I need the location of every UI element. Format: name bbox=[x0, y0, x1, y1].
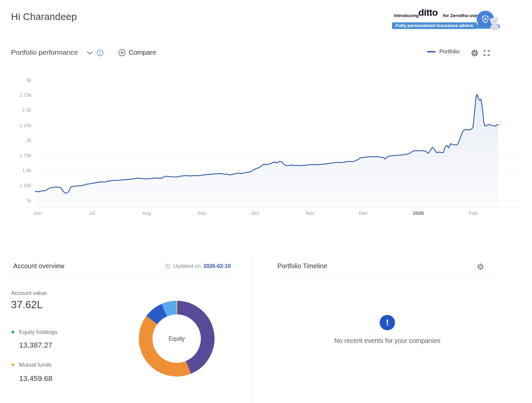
legend-line-swatch bbox=[427, 51, 436, 52]
mascot-teddy bbox=[488, 17, 501, 32]
dashboard-page: Hi Charandeep Introducing dıtto for Zero… bbox=[0, 0, 532, 403]
legend-item-portfolio[interactable]: Portfolio bbox=[427, 48, 460, 55]
equity-holdings-label: Equity holdings bbox=[19, 329, 57, 336]
alert-glyph: ! bbox=[386, 318, 389, 328]
x-tick-Aug: Aug bbox=[142, 210, 151, 216]
y-tick-1.75k: 1.75k bbox=[10, 153, 31, 158]
clock-icon bbox=[165, 264, 170, 269]
y-tick-1k: 1k bbox=[10, 198, 31, 203]
compare-label: Compare bbox=[129, 49, 156, 56]
ditto-logo-dot bbox=[424, 9, 426, 11]
account-value: 37.62L bbox=[11, 299, 43, 311]
chevron-down-icon[interactable] bbox=[87, 51, 93, 55]
banner-tagline: Fully personalised insurance advice bbox=[392, 22, 477, 29]
mutual-funds-dot bbox=[11, 363, 14, 366]
page-title: Hi Charandeep bbox=[11, 11, 77, 22]
x-tick-Dec: Dec bbox=[359, 210, 368, 216]
x-tick-Sep: Sep bbox=[197, 210, 206, 216]
donut-center-label: Equity bbox=[137, 299, 216, 378]
x-tick-2026: 2026 bbox=[413, 210, 424, 216]
timeline-settings-gear-icon[interactable] bbox=[477, 263, 484, 270]
equity-holdings-dot bbox=[11, 331, 14, 334]
portfolio-performance-chart[interactable] bbox=[35, 77, 520, 210]
info-icon[interactable] bbox=[97, 49, 104, 56]
circle-plus-icon bbox=[118, 49, 126, 56]
alert-circle-icon: ! bbox=[380, 315, 395, 330]
y-tick-3k: 3k bbox=[10, 77, 31, 83]
y-tick-2.75k: 2.75k bbox=[10, 92, 31, 98]
portfolio-timeline-title: Portfolio Timeline bbox=[277, 262, 327, 270]
ditto-promo-banner[interactable]: Introducing dıtto for Zerodha users Full… bbox=[386, 9, 499, 31]
panel-divider bbox=[251, 255, 252, 403]
y-tick-1.25k: 1.25k bbox=[10, 183, 31, 188]
account-overview-title: Account overview bbox=[13, 262, 64, 270]
banner-suffix-text: for Zerodha users bbox=[443, 13, 481, 18]
banner-intro-text: Introducing bbox=[394, 13, 419, 18]
updated-date-link[interactable]: 2026-02-10 bbox=[203, 263, 231, 269]
y-tick-2k: 2k bbox=[10, 138, 31, 143]
y-tick-2.25k: 2.25k bbox=[10, 123, 31, 128]
y-tick-1.5k: 1.5k bbox=[10, 168, 31, 173]
ditto-logo: dıtto bbox=[418, 7, 438, 18]
x-tick-Feb: Feb bbox=[469, 210, 478, 216]
x-tick-Jul: Jul bbox=[89, 210, 95, 216]
chart-title: Portfolio performance bbox=[11, 48, 78, 56]
updated-on: Updated on 2026-02-10 bbox=[165, 263, 231, 269]
mutual-funds-value: 13,459.68 bbox=[19, 374, 52, 383]
compare-button[interactable]: Compare bbox=[118, 49, 156, 56]
timeline-empty-message: No recent events for your companies bbox=[277, 337, 497, 345]
account-overview-divider bbox=[11, 276, 231, 276]
legend-label: Portfolio bbox=[439, 48, 460, 55]
chart-settings-gear-icon[interactable] bbox=[471, 49, 478, 57]
x-tick-Oct: Oct bbox=[251, 210, 259, 216]
allocation-donut-chart[interactable]: Equity bbox=[137, 299, 216, 378]
mutual-funds-label: Mutual funds bbox=[19, 362, 51, 368]
timeline-divider bbox=[277, 276, 492, 276]
equity-holdings-value: 13,387.27 bbox=[19, 341, 52, 350]
account-value-label: Account value bbox=[11, 290, 47, 297]
y-tick-2.5k: 2.5k bbox=[10, 107, 31, 113]
updated-prefix: Updated on bbox=[173, 263, 201, 269]
x-tick-Jun: Jun bbox=[34, 210, 42, 216]
fullscreen-icon[interactable] bbox=[484, 50, 490, 56]
x-tick-Nov: Nov bbox=[306, 210, 315, 216]
